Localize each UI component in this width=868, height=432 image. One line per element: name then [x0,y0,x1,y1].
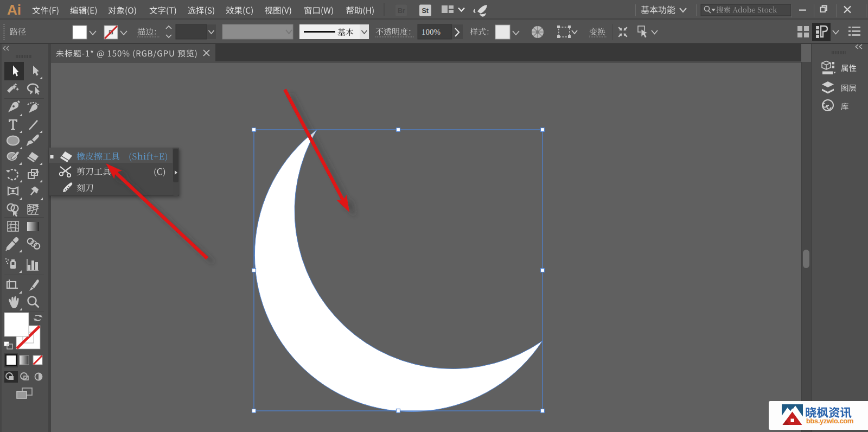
svg-text:bbs.yzwlo.com: bbs.yzwlo.com [806,417,853,425]
